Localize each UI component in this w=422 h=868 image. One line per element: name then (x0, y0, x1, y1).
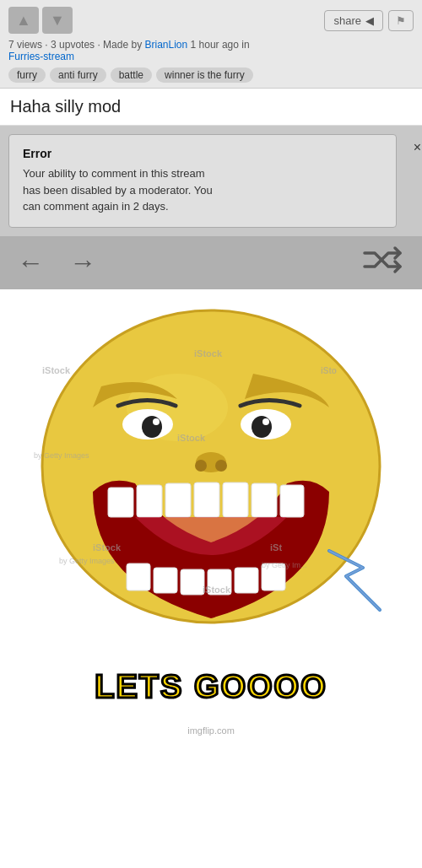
stream-link[interactable]: Furries-stream (8, 51, 74, 62)
vote-share-row: ▲ ▼ share ◀ ⚑ (8, 7, 414, 34)
svg-point-6 (153, 418, 160, 425)
error-box: Error Your ability to comment in this st… (8, 134, 397, 228)
meme-title: Haha silly mod (0, 89, 422, 126)
tag-battle[interactable]: battle (111, 67, 152, 83)
svg-rect-13 (165, 483, 191, 517)
footer-label: imgflip.com (187, 725, 235, 736)
svg-text:by Getty Images: by Getty Images (59, 557, 115, 565)
svg-point-4 (142, 416, 162, 438)
nav-row: ← → (0, 236, 422, 289)
svg-rect-12 (137, 485, 162, 517)
svg-text:iStock: iStock (93, 542, 122, 553)
svg-text:by Getty Images: by Getty Images (34, 451, 89, 460)
separator1: · (45, 39, 47, 51)
bottom-text: LETS GOOOO (0, 660, 422, 722)
svg-rect-17 (280, 485, 304, 517)
upvote-button[interactable]: ▲ (8, 7, 39, 34)
upvotes-count: 3 upvotes (51, 39, 95, 51)
svg-rect-11 (108, 488, 133, 517)
rage-face-area: iStock iStock iSto by Getty Images iStoc… (0, 289, 422, 660)
shuffle-icon (363, 245, 405, 281)
author-link[interactable]: BrianLion (144, 39, 187, 51)
svg-rect-18 (127, 563, 150, 590)
svg-point-10 (215, 460, 227, 472)
tag-winner[interactable]: winner is the furry (156, 67, 253, 83)
svg-point-9 (195, 460, 207, 472)
comment-section: Error Your ability to comment in this st… (0, 126, 422, 236)
share-icon: ◀ (365, 14, 374, 27)
forward-button[interactable]: → (69, 247, 96, 278)
svg-rect-22 (235, 568, 258, 593)
svg-text:iStock: iStock (203, 585, 231, 595)
flag-button[interactable]: ⚑ (388, 10, 414, 31)
flag-icon: ⚑ (396, 14, 406, 27)
top-section: ▲ ▼ share ◀ ⚑ 7 views · 3 upvotes · Made… (0, 0, 422, 89)
svg-point-5 (252, 416, 272, 438)
tag-furry[interactable]: furry (8, 67, 46, 83)
svg-text:iStock: iStock (177, 433, 206, 443)
svg-text:iStock: iStock (194, 348, 223, 359)
right-buttons: share ◀ ⚑ (324, 10, 414, 31)
tags-row: furry anti furry battle winner is the fu… (8, 67, 414, 83)
imgflip-footer: imgflip.com (0, 722, 422, 739)
svg-text:iStock: iStock (42, 365, 71, 375)
svg-text:iSto: iSto (321, 366, 337, 375)
vote-buttons: ▲ ▼ (8, 7, 73, 34)
close-button[interactable]: × (414, 140, 421, 155)
svg-rect-19 (154, 568, 177, 593)
svg-rect-16 (252, 483, 277, 517)
meta-row: 7 views · 3 upvotes · Made by BrianLion … (8, 39, 414, 62)
tag-anti-furry[interactable]: anti furry (50, 67, 106, 83)
downvote-button[interactable]: ▼ (42, 7, 73, 34)
error-title: Error (23, 147, 382, 160)
share-button[interactable]: share ◀ (324, 10, 383, 31)
svg-text:by Getty Im...: by Getty Im... (262, 561, 307, 569)
svg-rect-20 (181, 569, 204, 595)
svg-point-7 (262, 418, 269, 425)
time-text: 1 hour ago in (191, 39, 250, 51)
made-by-prefix: Made by (103, 39, 142, 51)
share-label: share (333, 14, 361, 27)
back-button[interactable]: ← (17, 247, 44, 278)
views-count: 7 views (8, 39, 42, 51)
svg-text:iSt: iSt (270, 542, 282, 553)
rage-face-svg: iStock iStock iSto by Getty Images iStoc… (8, 306, 414, 660)
error-message: Your ability to comment in this streamha… (23, 165, 382, 215)
svg-rect-15 (223, 483, 248, 517)
svg-rect-14 (194, 483, 219, 517)
